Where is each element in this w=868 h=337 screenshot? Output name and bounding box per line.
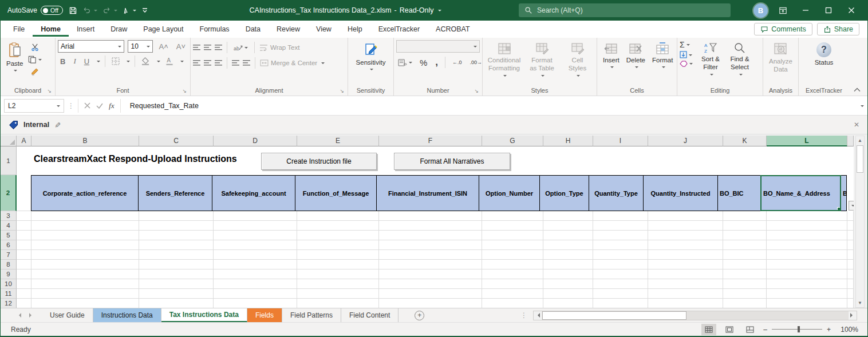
- cut-icon[interactable]: [26, 42, 44, 52]
- data-validation-dropdown[interactable]: [849, 201, 854, 211]
- cell-M5[interactable]: [847, 231, 854, 240]
- zoom-in-icon[interactable]: +: [827, 326, 831, 334]
- close-sensitivity-bar-icon[interactable]: ✕: [854, 121, 859, 129]
- cell-B12[interactable]: [31, 299, 139, 308]
- row-header-2[interactable]: 2: [1, 175, 17, 211]
- decrease-indent-icon[interactable]: [232, 60, 239, 66]
- paste-button[interactable]: Paste: [3, 40, 26, 74]
- cell-F3[interactable]: [379, 211, 482, 221]
- avatar[interactable]: B: [753, 3, 768, 18]
- sheet-tab-field-patterns[interactable]: Field Patterns: [282, 308, 341, 322]
- touch-mode-icon[interactable]: [123, 6, 136, 15]
- fill-color-icon[interactable]: [140, 56, 152, 66]
- cell-G6[interactable]: [482, 240, 543, 250]
- cell-A8[interactable]: [17, 260, 31, 269]
- borders-icon[interactable]: [110, 56, 121, 66]
- cell-I10[interactable]: [593, 279, 648, 289]
- cell-G4[interactable]: [482, 221, 543, 231]
- scroll-left-icon[interactable]: [534, 311, 542, 320]
- cell-D3[interactable]: [214, 211, 297, 221]
- cell-L12[interactable]: [767, 299, 847, 308]
- row-header-7[interactable]: 7: [1, 250, 17, 260]
- cell-C12[interactable]: [139, 299, 214, 308]
- underline-button[interactable]: U: [82, 57, 92, 66]
- delete-cells-button[interactable]: Delete: [623, 40, 649, 71]
- enter-icon[interactable]: [96, 103, 103, 109]
- cell-H8[interactable]: [543, 260, 593, 269]
- zoom-level[interactable]: 100%: [837, 326, 858, 334]
- horizontal-scrollbar[interactable]: [533, 311, 857, 320]
- format-cells-button[interactable]: Format: [649, 40, 676, 71]
- cell-H10[interactable]: [543, 279, 593, 289]
- cell-D11[interactable]: [214, 289, 297, 299]
- cell-J8[interactable]: [648, 260, 723, 269]
- font-color-icon[interactable]: A: [164, 56, 175, 66]
- cancel-icon[interactable]: [84, 102, 90, 109]
- cell-E11[interactable]: [297, 289, 379, 299]
- cell-F12[interactable]: [379, 299, 482, 308]
- align-top-icon[interactable]: [193, 45, 200, 50]
- cell-F7[interactable]: [379, 250, 482, 260]
- column-header-A[interactable]: A: [17, 136, 31, 146]
- cell-J12[interactable]: [648, 299, 723, 308]
- cell-A5[interactable]: [17, 231, 31, 240]
- close-button[interactable]: [843, 2, 859, 18]
- row-header-10[interactable]: 10: [1, 279, 17, 289]
- cell-D5[interactable]: [214, 231, 297, 240]
- column-header-L[interactable]: L: [767, 136, 847, 146]
- cell-M9[interactable]: [847, 269, 854, 279]
- cell-K8[interactable]: [723, 260, 767, 269]
- cell-D12[interactable]: [214, 299, 297, 308]
- wrap-text-button[interactable]: Wrap Text: [259, 43, 299, 51]
- cell-B5[interactable]: [31, 231, 139, 240]
- cell-L10[interactable]: [767, 279, 847, 289]
- header-cell-G2[interactable]: Option_Number: [479, 175, 540, 211]
- sheet-tab-user-guide[interactable]: User Guide: [42, 308, 93, 322]
- cell-D8[interactable]: [214, 260, 297, 269]
- new-sheet-button[interactable]: +: [415, 311, 424, 320]
- cell-F10[interactable]: [379, 279, 482, 289]
- cell-C10[interactable]: [139, 279, 214, 289]
- cell-E4[interactable]: [297, 221, 379, 231]
- cell-L11[interactable]: [767, 289, 847, 299]
- conditional-formatting-button[interactable]: Conditional Formatting: [486, 40, 523, 80]
- cell-L6[interactable]: [767, 240, 847, 250]
- number-format-select[interactable]: [396, 40, 480, 53]
- tab-exceltracker[interactable]: ExcelTracker: [370, 22, 428, 37]
- cell-L7[interactable]: [767, 250, 847, 260]
- cell-D10[interactable]: [214, 279, 297, 289]
- cell-B7[interactable]: [31, 250, 139, 260]
- cell-K3[interactable]: [723, 211, 767, 221]
- cell-L4[interactable]: [767, 221, 847, 231]
- font-dialog-launcher-icon[interactable]: ↘: [182, 88, 187, 94]
- autosave-toggle[interactable]: AutoSave Off: [7, 6, 63, 15]
- tab-home[interactable]: Home: [33, 22, 69, 37]
- tab-page-layout[interactable]: Page Layout: [135, 22, 191, 37]
- cell-D6[interactable]: [214, 240, 297, 250]
- cell-I8[interactable]: [593, 260, 648, 269]
- clear-button[interactable]: [680, 60, 693, 67]
- accounting-format-icon[interactable]: [396, 58, 414, 68]
- tab-insert[interactable]: Insert: [69, 22, 102, 37]
- vertical-scroll-thumb[interactable]: [857, 145, 863, 173]
- alignment-dialog-launcher-icon[interactable]: ↘: [340, 88, 344, 94]
- sheet-tab-instructions-data[interactable]: Instructions Data: [93, 308, 161, 322]
- cell-G11[interactable]: [482, 289, 543, 299]
- cell-K10[interactable]: [723, 279, 767, 289]
- edit-sensitivity-icon[interactable]: ✎: [53, 122, 62, 128]
- row-header-5[interactable]: 5: [1, 231, 17, 240]
- cell-D7[interactable]: [214, 250, 297, 260]
- shrink-font-icon[interactable]: A˅: [174, 42, 188, 51]
- italic-button[interactable]: I: [71, 56, 78, 66]
- header-cell-H2[interactable]: Option_Type: [539, 175, 589, 211]
- cell-H3[interactable]: [543, 211, 593, 221]
- row-header-3[interactable]: 3: [1, 211, 17, 221]
- row-header-1[interactable]: 1: [1, 146, 17, 175]
- cell-A6[interactable]: [17, 240, 31, 250]
- formula-input[interactable]: Requested_Tax_Rate: [124, 99, 855, 113]
- cell-E6[interactable]: [297, 240, 379, 250]
- orientation-icon[interactable]: ab: [232, 43, 250, 53]
- tab-view[interactable]: View: [308, 22, 340, 37]
- cell-F9[interactable]: [379, 269, 482, 279]
- cell-C6[interactable]: [139, 240, 214, 250]
